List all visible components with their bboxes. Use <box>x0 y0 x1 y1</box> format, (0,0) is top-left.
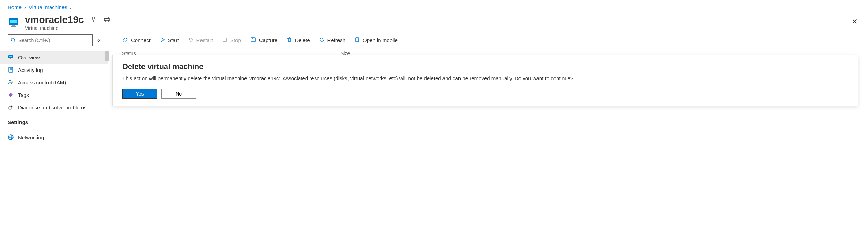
confirm-yes-button[interactable]: Yes <box>122 89 157 99</box>
capture-icon <box>250 36 256 44</box>
sidebar-item-overview[interactable]: Overview <box>0 51 108 64</box>
sidebar-item-label: Tags <box>18 92 29 98</box>
svg-point-18 <box>11 82 13 83</box>
refresh-button[interactable]: Refresh <box>319 37 346 43</box>
open-in-mobile-button[interactable]: Open in mobile <box>354 37 398 43</box>
toolbar-label: Restart <box>196 37 213 43</box>
tags-icon <box>8 92 14 98</box>
collapse-sidebar-icon[interactable]: « <box>97 37 101 43</box>
svg-line-9 <box>14 41 16 42</box>
page-title: vmoracle19c <box>25 14 84 25</box>
toolbar-label: Start <box>168 37 179 43</box>
resource-type: Virtual machine <box>25 25 84 31</box>
sidebar-item-tags[interactable]: Tags <box>0 89 108 101</box>
confirm-no-button[interactable]: No <box>161 89 196 99</box>
breadcrumb-home[interactable]: Home <box>8 4 22 10</box>
chevron-right-icon: › <box>70 4 72 10</box>
command-bar: Connect Start Restart <box>108 34 868 47</box>
search-icon <box>11 38 16 43</box>
dialog-title: Delete virtual machine <box>122 62 848 71</box>
close-icon[interactable]: ✕ <box>852 17 858 26</box>
sidebar-item-label: Access control (IAM) <box>18 80 66 85</box>
sidebar-item-activity-log[interactable]: Activity log <box>0 64 108 76</box>
delete-icon <box>286 37 292 43</box>
start-button[interactable]: Start <box>160 37 179 43</box>
virtual-machine-icon <box>8 16 20 29</box>
svg-rect-30 <box>251 38 255 42</box>
svg-point-17 <box>9 80 11 82</box>
search-input-container[interactable] <box>8 34 93 46</box>
sidebar-item-networking[interactable]: Networking <box>0 131 108 143</box>
toolbar-label: Refresh <box>327 37 346 43</box>
connect-button[interactable]: Connect <box>122 36 151 44</box>
sidebar-item-label: Overview <box>18 55 40 60</box>
svg-point-20 <box>9 93 10 94</box>
capture-button[interactable]: Capture <box>250 36 277 44</box>
svg-rect-29 <box>223 38 226 41</box>
toolbar-label: Connect <box>131 37 151 43</box>
chevron-right-icon: › <box>24 4 26 10</box>
sidebar: « Overview <box>0 34 108 143</box>
activity-log-icon <box>8 67 14 73</box>
print-icon[interactable] <box>103 16 110 23</box>
stop-button: Stop <box>222 37 241 43</box>
svg-rect-11 <box>9 56 12 57</box>
breadcrumb-virtual-machines[interactable]: Virtual machines <box>29 4 67 10</box>
sidebar-item-label: Activity log <box>18 67 43 73</box>
svg-rect-12 <box>10 58 11 59</box>
toolbar-label: Open in mobile <box>363 37 398 43</box>
sidebar-item-access-control[interactable]: Access control (IAM) <box>0 76 108 89</box>
mobile-icon <box>354 37 360 43</box>
svg-rect-3 <box>11 26 16 27</box>
toolbar-label: Stop <box>230 37 241 43</box>
restart-icon <box>188 37 194 43</box>
dialog-message: This action will permanently delete the … <box>122 75 848 83</box>
sidebar-item-label: Networking <box>18 134 44 140</box>
svg-rect-1 <box>10 20 17 23</box>
diagnose-icon <box>8 104 14 110</box>
pin-icon[interactable] <box>90 16 97 23</box>
breadcrumb: Home › Virtual machines › <box>0 0 868 14</box>
toolbar-label: Capture <box>259 37 277 43</box>
access-control-icon <box>8 79 14 85</box>
svg-rect-2 <box>12 25 15 26</box>
stop-icon <box>222 37 227 43</box>
svg-point-21 <box>9 107 11 109</box>
sidebar-item-label: Diagnose and solve problems <box>18 105 87 110</box>
sidebar-item-diagnose[interactable]: Diagnose and solve problems <box>0 101 108 114</box>
virtual-machine-icon <box>8 54 14 60</box>
sidebar-section-settings: Settings <box>8 114 101 129</box>
svg-rect-6 <box>104 18 109 21</box>
toolbar-label: Delete <box>295 37 310 43</box>
delete-button[interactable]: Delete <box>286 37 310 43</box>
delete-confirmation-dialog: Delete virtual machine This action will … <box>112 55 858 106</box>
page-title-row: vmoracle19c Virtual machine <box>0 14 868 34</box>
svg-point-8 <box>11 38 15 41</box>
svg-marker-28 <box>161 38 164 42</box>
start-icon <box>160 37 165 43</box>
networking-icon <box>8 134 14 140</box>
search-input[interactable] <box>18 38 89 43</box>
connect-icon <box>122 36 128 44</box>
refresh-icon <box>319 37 325 43</box>
restart-button: Restart <box>188 37 213 43</box>
